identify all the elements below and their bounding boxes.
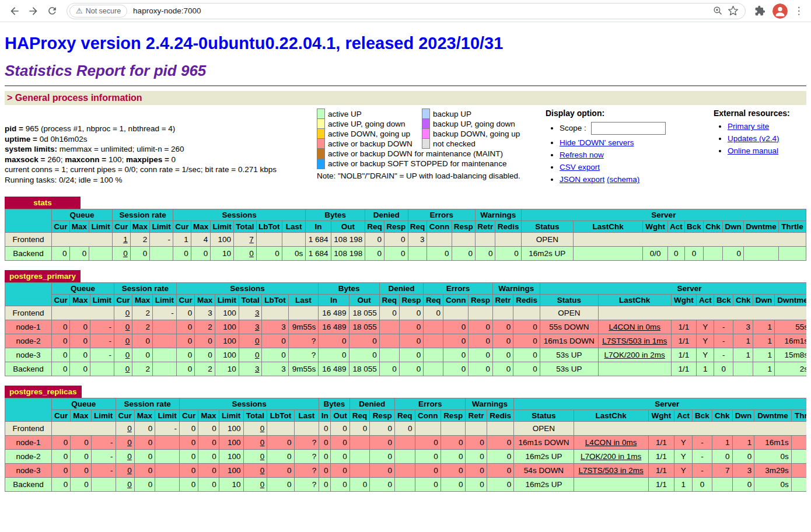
display-option-item: Refresh now xyxy=(560,150,714,159)
stat-cell: 0 xyxy=(198,450,219,464)
stat-cell: 0 xyxy=(114,306,132,320)
stat-cell: 16m1s DOWN xyxy=(540,334,598,348)
stat-cell: 0 xyxy=(722,247,743,261)
stat-cell: 0 xyxy=(441,464,466,478)
address-bar[interactable]: ⚠ Not secure haproxy-node:7000 xyxy=(67,3,746,19)
stat-cell: 0 xyxy=(370,478,395,492)
display-option-link[interactable]: Hide 'DOWN' servers xyxy=(560,138,634,147)
stat-cell xyxy=(712,478,732,492)
stat-cell: 0 xyxy=(319,334,349,348)
stat-cell: 0 xyxy=(70,320,90,334)
json-export-item: JSON export (schema) xyxy=(560,175,714,184)
stat-cell: 0 xyxy=(180,422,198,436)
column-group-header: Errors xyxy=(408,209,475,221)
stat-cell xyxy=(573,233,806,247)
stat-cell: 10 xyxy=(211,247,234,261)
stat-cell: 0 xyxy=(52,450,71,464)
column-header: Redis xyxy=(487,410,514,422)
stat-cell: 0 xyxy=(513,334,540,348)
divider xyxy=(5,85,806,86)
column-header: Act xyxy=(697,295,714,306)
column-group-header: Denied xyxy=(365,209,408,221)
reload-button[interactable] xyxy=(43,2,61,20)
stat-cell: 0 xyxy=(198,422,219,436)
stat-cell: 0 xyxy=(134,450,155,464)
stat-cell: ? xyxy=(294,436,319,450)
stat-cell xyxy=(288,306,319,320)
column-header: Cur xyxy=(52,410,71,422)
stat-cell: 0 xyxy=(469,362,493,376)
stat-cell xyxy=(394,464,415,478)
legend-label: active UP xyxy=(325,109,422,119)
process-info-line: current conns = 1; current pipes = 0/0; … xyxy=(5,164,317,175)
column-header: Limit xyxy=(90,295,114,306)
external-resource-link[interactable]: Primary site xyxy=(728,122,769,131)
json-schema-link[interactable]: (schema) xyxy=(607,175,639,184)
column-header: Cur xyxy=(173,221,191,233)
stat-cell: 0 xyxy=(70,348,90,362)
stat-cell xyxy=(424,320,443,334)
stat-cell: 0 xyxy=(243,436,267,450)
legend-row: active DOWN, going upbackup DOWN, going … xyxy=(317,129,527,139)
stat-cell: 0 xyxy=(52,362,70,376)
stat-cell: 0 xyxy=(443,320,469,334)
stat-cell xyxy=(791,464,806,478)
stat-cell xyxy=(427,233,452,247)
stat-cell xyxy=(492,306,513,320)
scope-input[interactable] xyxy=(591,122,666,135)
security-chip[interactable]: ⚠ Not secure xyxy=(69,5,127,18)
stat-cell: 55s DOWN xyxy=(540,320,598,334)
column-header: Max xyxy=(198,410,219,422)
extensions-icon[interactable] xyxy=(751,3,768,19)
stat-cell: 53s UP xyxy=(540,348,598,362)
stat-cell: 0 xyxy=(415,464,441,478)
column-header: In xyxy=(319,295,349,306)
stat-cell: 10 xyxy=(219,478,243,492)
external-resource-link[interactable]: Online manual xyxy=(728,146,778,155)
stat-cell: - xyxy=(155,422,180,436)
column-header: Max xyxy=(70,295,90,306)
legend-table: active UPbackup UPactive UP, going downb… xyxy=(317,108,527,169)
legend-row: active or backup SOFT STOPPED for mainte… xyxy=(317,159,527,169)
stat-cell: 2 xyxy=(195,320,215,334)
stat-cell: 1 xyxy=(732,436,754,450)
reload-icon xyxy=(47,5,58,16)
stat-cell: 0 xyxy=(384,247,408,261)
page-title[interactable]: HAProxy version 2.4.24-0ubuntu0.22.04.1,… xyxy=(5,34,806,53)
stat-cell: 18 055 xyxy=(349,320,379,334)
stat-cell xyxy=(379,334,399,348)
column-header: Dwntme xyxy=(743,221,778,233)
table-row-node-1: node-100-0202100339m55s16 48918 05500000… xyxy=(5,320,807,334)
stat-cell: 0 xyxy=(176,320,194,334)
stat-cell: 0 xyxy=(114,320,132,334)
stat-cell xyxy=(52,422,116,436)
zoom-icon[interactable] xyxy=(710,4,725,19)
url-text[interactable]: haproxy-node:7000 xyxy=(133,6,201,15)
forward-button[interactable] xyxy=(25,2,42,20)
column-header: Resp xyxy=(370,410,395,422)
display-option-link[interactable]: CSV export xyxy=(560,163,600,172)
stat-cell: 0 xyxy=(113,247,131,261)
column-header: Bck xyxy=(714,295,733,306)
external-resource-link[interactable]: Updates (v2.4) xyxy=(728,134,779,143)
column-group-header: Warnings xyxy=(492,283,540,295)
table-row-node-1: node-100-000010000?000000016m1s DOWNL4CO… xyxy=(5,436,807,450)
profile-avatar[interactable] xyxy=(772,4,788,19)
stat-cell: L7OK/200 in 1ms xyxy=(574,450,648,464)
stat-cell: 100 xyxy=(219,450,243,464)
display-option-item: CSV export xyxy=(560,163,714,172)
legend-label: active or backup DOWN xyxy=(325,139,422,149)
display-option-link[interactable]: Refresh now xyxy=(560,150,604,159)
back-button[interactable] xyxy=(6,2,23,20)
stat-cell xyxy=(89,247,113,261)
legend-row: active or backup DOWN for maintenance (M… xyxy=(317,149,527,159)
column-header: Dwn xyxy=(753,295,775,306)
stat-cell: - xyxy=(714,320,733,334)
menu-kebab-icon[interactable]: ⋮ xyxy=(792,3,805,19)
bookmark-star-icon[interactable] xyxy=(725,4,740,19)
stat-cell: 0 xyxy=(116,450,134,464)
column-header: Bck xyxy=(693,410,712,422)
json-export-link[interactable]: JSON export xyxy=(560,175,604,184)
stat-cell: 0 xyxy=(234,247,257,261)
stat-cell xyxy=(443,306,469,320)
